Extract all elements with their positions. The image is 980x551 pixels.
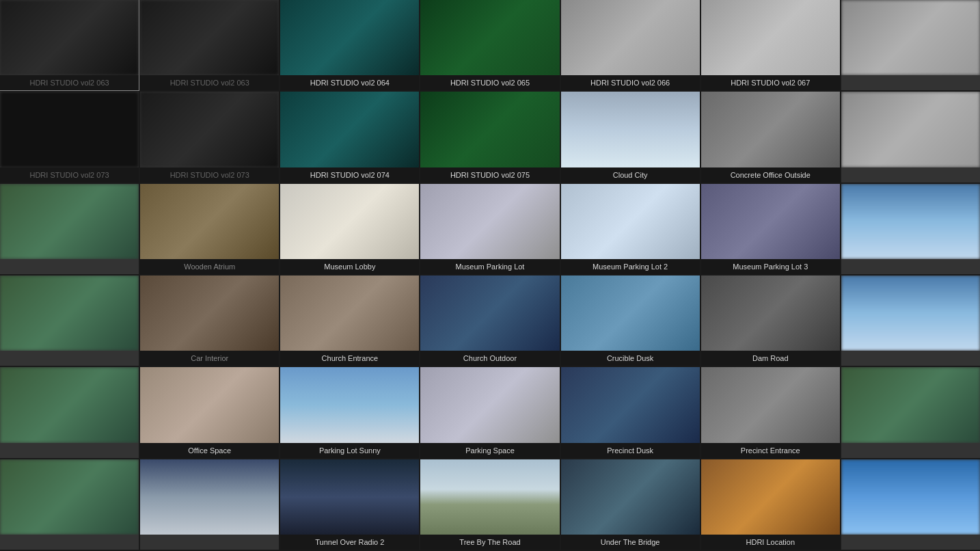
grid-item-1[interactable]: HDRI STUDIO vol2 063 [0,0,139,90]
item-label-20: Museum Parking Lot 3 [701,259,840,274]
item-label-9: HDRI STUDIO vol2 073 [140,167,279,183]
grid-item-21[interactable] [841,184,980,274]
item-label-41: HDRI Location [701,535,840,550]
grid-item-42[interactable] [841,459,980,550]
item-label-34: Precinct Entrance [701,443,840,458]
grid-item-34[interactable]: Precinct Entrance [701,367,840,457]
grid-item-11[interactable]: HDRI STUDIO vol2 075 [420,92,559,182]
grid-item-7[interactable] [841,0,980,90]
item-label-23: Car Interior [140,351,279,366]
grid-item-36[interactable] [0,459,139,550]
grid-item-2[interactable]: HDRI STUDIO vol2 063 [140,0,279,90]
grid-item-18[interactable]: Museum Parking Lot [420,184,559,274]
grid-item-5[interactable]: HDRI STUDIO vol2 066 [561,0,700,90]
grid-item-40[interactable]: Under The Bridge [561,459,700,550]
grid-item-4[interactable]: HDRI STUDIO vol2 065 [420,0,559,90]
item-label-16: Wooden Atrium [140,259,279,274]
item-label-31: Parking Lot Sunny [280,443,419,458]
item-label-12: Cloud City [561,167,700,183]
grid-item-41[interactable]: HDRI Location [701,459,840,550]
item-label-30: Office Space [140,443,279,458]
item-label-10: HDRI STUDIO vol2 074 [280,167,419,183]
grid-item-31[interactable]: Parking Lot Sunny [280,367,419,457]
thumbnail-grid: HDRI STUDIO vol2 063HDRI STUDIO vol2 063… [0,0,980,551]
grid-item-24[interactable]: Church Entrance [280,276,419,366]
grid-item-30[interactable]: Office Space [140,367,279,457]
grid-item-39[interactable]: Tree By The Road [420,459,559,550]
item-label-18: Museum Parking Lot [420,259,559,274]
item-label-11: HDRI STUDIO vol2 075 [420,167,559,183]
item-label-5: HDRI STUDIO vol2 066 [561,75,700,90]
item-label-1: HDRI STUDIO vol2 063 [0,75,139,90]
item-label-40: Under The Bridge [561,535,700,550]
item-label-38: Tunnel Over Radio 2 [280,535,419,550]
grid-item-12[interactable]: Cloud City [561,92,700,182]
grid-item-33[interactable]: Precinct Dusk [561,367,700,457]
item-label-32: Parking Space [420,443,559,458]
grid-item-16[interactable]: Wooden Atrium [140,184,279,274]
grid-item-6[interactable]: HDRI STUDIO vol2 067 [701,0,840,90]
grid-item-22[interactable] [0,276,139,366]
item-label-4: HDRI STUDIO vol2 065 [420,75,559,90]
item-label-24: Church Entrance [280,351,419,366]
grid-item-29[interactable] [0,367,139,457]
grid-item-15[interactable] [0,184,139,274]
grid-item-38[interactable]: Tunnel Over Radio 2 [280,459,419,550]
item-label-19: Museum Parking Lot 2 [561,259,700,274]
item-label-8: HDRI STUDIO vol2 073 [0,167,139,183]
grid-item-26[interactable]: Crucible Dusk [561,276,700,366]
grid-item-17[interactable]: Museum Lobby [280,184,419,274]
grid-item-8[interactable]: HDRI STUDIO vol2 073 [0,92,139,182]
grid-item-28[interactable] [841,276,980,366]
grid-item-23[interactable]: Car Interior [140,276,279,366]
grid-item-32[interactable]: Parking Space [420,367,559,457]
grid-item-9[interactable]: HDRI STUDIO vol2 073 [140,92,279,182]
item-label-17: Museum Lobby [280,259,419,274]
grid-item-27[interactable]: Dam Road [701,276,840,366]
item-label-33: Precinct Dusk [561,443,700,458]
item-label-2: HDRI STUDIO vol2 063 [140,75,279,90]
grid-item-25[interactable]: Church Outdoor [420,276,559,366]
item-label-27: Dam Road [701,351,840,366]
item-label-25: Church Outdoor [420,351,559,366]
item-label-6: HDRI STUDIO vol2 067 [701,75,840,90]
grid-item-19[interactable]: Museum Parking Lot 2 [561,184,700,274]
item-label-26: Crucible Dusk [561,351,700,366]
grid-item-20[interactable]: Museum Parking Lot 3 [701,184,840,274]
grid-item-14[interactable] [841,92,980,182]
item-label-13: Concrete Office Outside [701,167,840,183]
grid-item-3[interactable]: HDRI STUDIO vol2 064 [280,0,419,90]
grid-item-35[interactable] [841,367,980,457]
item-label-39: Tree By The Road [420,535,559,550]
grid-item-37[interactable] [140,459,279,550]
grid-item-10[interactable]: HDRI STUDIO vol2 074 [280,92,419,182]
grid-item-13[interactable]: Concrete Office Outside [701,92,840,182]
item-label-3: HDRI STUDIO vol2 064 [280,75,419,90]
